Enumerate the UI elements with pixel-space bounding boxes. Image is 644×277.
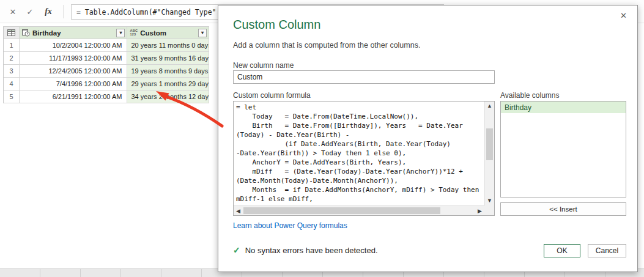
horizontal-scrollbar[interactable]: ◀ ▶ [234,205,484,215]
vertical-scrollbar-thumb[interactable] [486,128,493,160]
filter-dropdown-icon[interactable]: ▾ [116,29,125,37]
formula-commit-icon[interactable]: ✓ [23,6,37,18]
cell-birthday[interactable]: 11/17/1993 12:00:00 AM [20,52,127,65]
table-corner-cell[interactable] [4,27,20,39]
column-header-birthday[interactable]: Birthday ▾ [20,27,127,39]
list-item-birthday[interactable]: Birthday [501,102,626,113]
row-number[interactable]: 1 [4,39,20,52]
datetime-type-icon [22,29,30,37]
available-columns-label: Available columns [500,91,560,100]
table-row: 3 12/24/2005 12:00:00 AM 19 years 8 mont… [4,65,209,78]
power-query-editor-window: ✕ ✓ fx [0,0,644,277]
table-icon [7,29,15,36]
vertical-scrollbar[interactable]: ▲ ▼ [484,102,494,205]
table-row: 2 11/17/1993 12:00:00 AM 31 years 9 mont… [4,52,209,65]
new-column-name-label: New column name [233,61,294,70]
formula-label: Custom column formula [233,91,311,100]
fx-icon[interactable]: fx [42,6,55,18]
cell-birthday[interactable]: 12/24/2005 12:00:00 AM [20,65,127,78]
column-header-label: Birthday [32,29,61,37]
cell-birthday[interactable]: 10/2/2004 12:00:00 AM [20,39,127,52]
row-number[interactable]: 3 [4,65,20,78]
table-row: 4 7/4/1996 12:00:00 AM 29 years 1 months… [4,78,209,90]
learn-formulas-link[interactable]: Learn about Power Query formulas [233,221,347,230]
cell-birthday[interactable]: 7/4/1996 12:00:00 AM [20,78,127,90]
table-row: 1 10/2/2004 12:00:00 AM 20 years 11 mont… [4,39,209,52]
formula-cancel-icon[interactable]: ✕ [6,6,20,18]
close-icon[interactable]: ✕ [617,9,630,22]
horizontal-scrollbar-thumb[interactable] [243,207,440,214]
column-header-custom[interactable]: ABC123 Custom ▾ [127,27,209,39]
cell-custom[interactable]: 34 years 2 months 12 days [127,90,209,103]
cell-custom[interactable]: 20 years 11 months 0 days [127,39,209,52]
cell-custom[interactable]: 19 years 8 months 9 days [127,65,209,78]
formula-bar-divider [63,5,64,18]
preview-table: Birthday ▾ ABC123 Custom ▾ 1 10/2/2004 1… [3,26,209,103]
formula-editor[interactable]: = let Today = Date.From(DateTime.LocalNo… [233,101,495,216]
scroll-up-icon[interactable]: ▲ [487,103,492,109]
insert-button[interactable]: << Insert [500,202,626,216]
scroll-down-icon[interactable]: ▼ [487,198,492,204]
row-number[interactable]: 2 [4,52,20,65]
abc123-type-icon: ABC123 [130,29,138,36]
dialog-subtitle: Add a column that is computed from the o… [233,41,420,50]
dialog-title: Custom Column [233,18,320,32]
column-header-label: Custom [140,29,166,37]
new-column-name-input[interactable] [233,70,495,84]
status-message: No syntax errors have been detected. [245,246,378,255]
row-number[interactable]: 5 [4,90,20,103]
table-header-row: Birthday ▾ ABC123 Custom ▾ [4,27,209,39]
cancel-button[interactable]: Cancel [588,244,626,257]
status-check-icon: ✓ [233,245,240,255]
cell-birthday[interactable]: 6/21/1991 12:00:00 AM [20,90,127,103]
syntax-status: ✓ No syntax errors have been detected. [233,245,378,255]
custom-column-dialog: ✕ Custom Column Add a column that is com… [218,5,638,272]
formula-code[interactable]: = let Today = Date.From(DateTime.LocalNo… [234,102,484,205]
scroll-left-icon[interactable]: ◀ [236,209,240,214]
filter-dropdown-icon[interactable]: ▾ [198,29,207,37]
available-columns-list[interactable]: Birthday [500,101,626,198]
ok-button[interactable]: OK [544,244,580,257]
cell-custom[interactable]: 29 years 1 months 29 days [127,78,209,90]
table-row: 5 6/21/1991 12:00:00 AM 34 years 2 month… [4,90,209,103]
cell-custom[interactable]: 31 years 9 months 16 days [127,52,209,65]
row-number[interactable]: 4 [4,78,20,90]
scroll-right-icon[interactable]: ▶ [478,209,482,214]
scrollbar-corner [484,205,494,215]
